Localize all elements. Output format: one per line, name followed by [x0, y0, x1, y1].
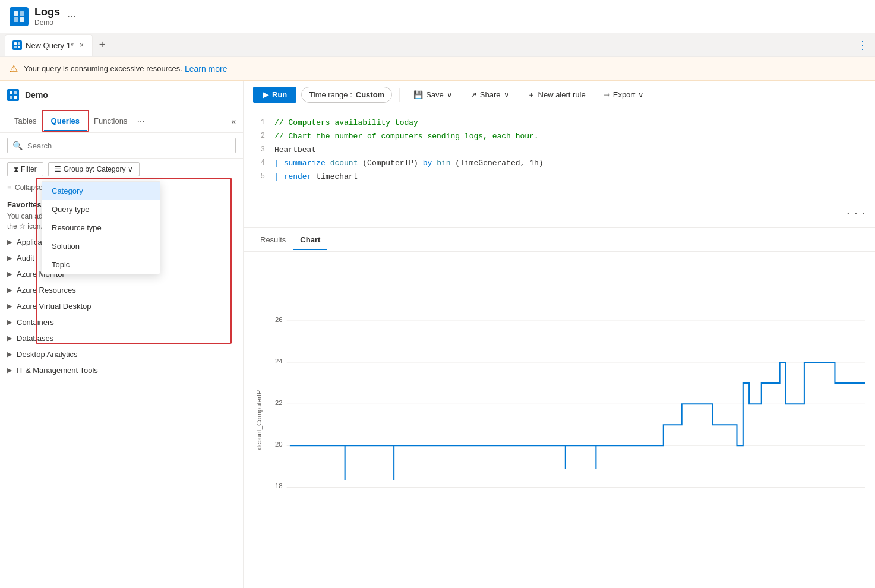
y-tick-18: 18	[275, 482, 283, 489]
content-area: ▶ Run Time range : Custom 💾 Save ∨ ↗ Sha…	[244, 81, 875, 588]
search-input-wrap: 🔍	[7, 138, 236, 153]
category-item-databases[interactable]: ▶ Databases	[0, 330, 243, 346]
code-more-indicator: ···	[845, 206, 868, 223]
category-arrow: ▶	[7, 366, 12, 374]
svg-rect-9	[14, 91, 17, 94]
group-by-icon: ☰	[55, 165, 61, 173]
category-item-containers[interactable]: ▶ Containers	[0, 314, 243, 330]
chart-line	[290, 362, 865, 480]
svg-rect-2	[14, 17, 18, 22]
code-line-2: 2 // Chart the number of computers sendi…	[244, 130, 875, 144]
export-chevron: ∨	[638, 90, 644, 99]
code-line-3: 3 Heartbeat	[244, 144, 875, 157]
sidebar-tab-tables[interactable]: Tables	[7, 112, 44, 131]
new-alert-button[interactable]: ＋ New alert rule	[521, 86, 592, 104]
search-input[interactable]	[27, 141, 230, 150]
dropdown-item-category[interactable]: Category	[42, 182, 160, 200]
category-arrow: ▶	[7, 254, 12, 262]
code-editor[interactable]: 1 // Computers availability today 2 // C…	[244, 109, 875, 228]
warning-text: Your query is consuming excessive resour…	[24, 64, 182, 73]
tab-new-query-1[interactable]: New Query 1* ×	[5, 34, 93, 56]
run-icon: ▶	[263, 90, 268, 99]
app-title: Logs	[34, 6, 60, 18]
dropdown-item-query-type[interactable]: Query type	[42, 200, 160, 219]
code-line-1: 1 // Computers availability today	[244, 116, 875, 130]
filter-label: Filter	[21, 165, 37, 173]
dropdown-item-solution[interactable]: Solution	[42, 237, 160, 255]
filter-icon: ⧗	[14, 165, 18, 173]
share-chevron: ∨	[504, 90, 510, 99]
y-tick-26: 26	[275, 316, 283, 323]
svg-rect-1	[20, 11, 24, 16]
svg-rect-4	[14, 42, 17, 45]
svg-rect-8	[10, 91, 12, 94]
code-content-5: | render timechart	[274, 171, 358, 184]
time-range-value: Custom	[356, 90, 384, 99]
tab-results[interactable]: Results	[253, 230, 293, 250]
tab-add-button[interactable]: +	[94, 37, 110, 53]
run-label: Run	[272, 90, 287, 99]
sidebar-toolbar: Demo	[0, 81, 243, 109]
filter-button[interactable]: ⧗ Filter	[7, 162, 43, 176]
learn-more-link[interactable]: Learn more	[185, 64, 228, 74]
new-alert-icon: ＋	[527, 90, 535, 100]
chart-area: 26 24 22 20 18 dcount_ComputerIP	[244, 252, 875, 588]
share-label: Share	[480, 90, 501, 99]
category-item-azure-virtual-desktop[interactable]: ▶ Azure Virtual Desktop	[0, 298, 243, 314]
tab-right-icon[interactable]: ⋮	[855, 36, 870, 54]
category-arrow: ▶	[7, 350, 12, 358]
sidebar-collapse-icon[interactable]: «	[231, 116, 236, 126]
sidebar-nav-tabs: Tables Queries Functions ··· «	[0, 109, 243, 133]
collapse-icon: ≡	[7, 184, 11, 192]
new-alert-label: New alert rule	[538, 90, 586, 99]
code-content-2: // Chart the number of computers sending…	[274, 131, 539, 143]
result-tabs: Results Chart	[244, 228, 875, 252]
line-num-2: 2	[251, 131, 265, 142]
tab-bar: New Query 1* × + ⋮	[0, 33, 875, 57]
sidebar-tab-more[interactable]: ···	[137, 116, 144, 127]
save-chevron: ∨	[447, 90, 453, 99]
export-button[interactable]: ⇒ Export ∨	[597, 87, 651, 103]
chart-svg: 26 24 22 20 18 dcount_ComputerIP	[253, 261, 865, 578]
query-toolbar: ▶ Run Time range : Custom 💾 Save ∨ ↗ Sha…	[244, 81, 875, 109]
category-item-azure-resources[interactable]: ▶ Azure Resources	[0, 282, 243, 298]
y-tick-24: 24	[275, 358, 283, 365]
category-arrow: ▶	[7, 238, 12, 246]
app-header: Logs Demo ···	[0, 0, 875, 33]
category-list: ▶ Application ▶ Audit ▶ Azure Monitor ▶ …	[0, 234, 243, 588]
warning-icon: ⚠	[10, 63, 18, 74]
time-range-label: Time range :	[309, 90, 352, 99]
app-subtitle: Demo	[34, 18, 60, 27]
tab-label: New Query 1*	[26, 41, 74, 50]
code-line-4: 4 | summarize dcount (ComputerIP) by bin…	[244, 157, 875, 170]
group-by-button[interactable]: ☰ Group by: Category ∨	[48, 162, 140, 176]
category-item-it-management[interactable]: ▶ IT & Management Tools	[0, 362, 243, 378]
svg-rect-10	[10, 96, 12, 99]
code-line-5: 5 | render timechart	[244, 170, 875, 184]
header-ellipsis[interactable]: ···	[67, 10, 76, 23]
category-item-desktop-analytics[interactable]: ▶ Desktop Analytics	[0, 346, 243, 362]
search-container: 🔍	[0, 133, 243, 159]
sidebar-tab-queries[interactable]: Queries	[44, 112, 87, 131]
svg-rect-6	[14, 46, 17, 48]
save-label: Save	[426, 90, 444, 99]
sidebar-workspace-title: Demo	[25, 90, 48, 100]
export-label: Export	[613, 90, 636, 99]
run-button[interactable]: ▶ Run	[253, 87, 296, 103]
save-icon: 💾	[413, 90, 423, 99]
time-range-button[interactable]: Time range : Custom	[301, 87, 392, 103]
filter-row: ⧗ Filter ☰ Group by: Category ∨ Category…	[0, 159, 243, 180]
tab-close-button[interactable]: ×	[78, 40, 85, 50]
sidebar-tab-functions[interactable]: Functions	[87, 112, 134, 131]
category-arrow: ▶	[7, 270, 12, 278]
save-button[interactable]: 💾 Save ∨	[407, 87, 459, 103]
share-button[interactable]: ↗ Share ∨	[464, 87, 516, 103]
dropdown-item-topic[interactable]: Topic	[42, 255, 160, 274]
tab-chart[interactable]: Chart	[293, 230, 327, 250]
dropdown-item-resource-type[interactable]: Resource type	[42, 219, 160, 237]
category-arrow: ▶	[7, 318, 12, 326]
y-tick-22: 22	[275, 399, 283, 406]
export-icon: ⇒	[604, 90, 610, 99]
code-content-1: // Computers availability today	[274, 117, 418, 129]
tab-query-icon	[12, 40, 22, 50]
